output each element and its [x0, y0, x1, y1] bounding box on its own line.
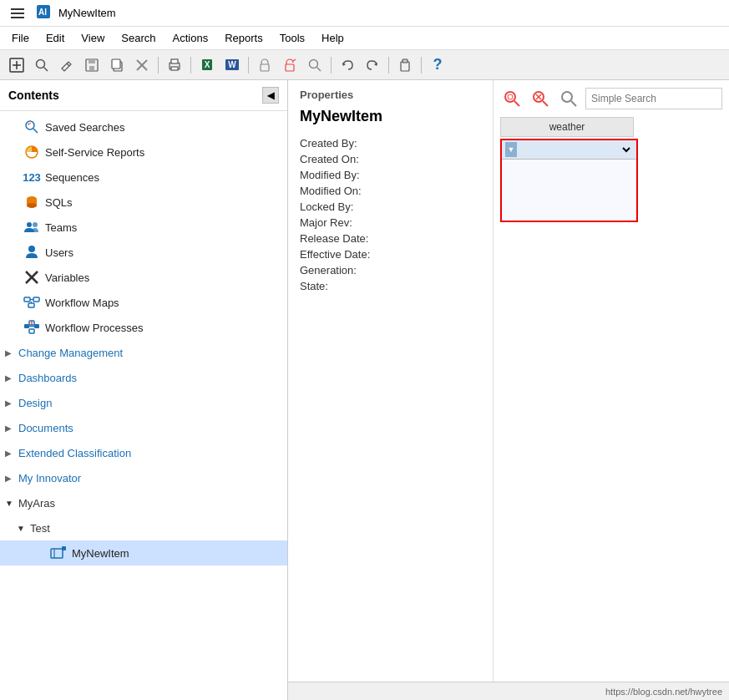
lock-button[interactable]: [253, 53, 276, 77]
svg-point-50: [505, 92, 515, 102]
menu-actions[interactable]: Actions: [165, 28, 217, 48]
help-button[interactable]: ?: [426, 53, 449, 77]
menu-edit[interactable]: Edit: [38, 28, 73, 48]
variables-icon: [23, 269, 40, 286]
menu-view[interactable]: View: [73, 28, 113, 48]
search-dropdown[interactable]: ▼: [502, 140, 636, 160]
delete-button[interactable]: [130, 53, 154, 77]
prop-row-generation: Generation:: [300, 264, 481, 276]
tree-item-variables[interactable]: Variables: [0, 265, 287, 290]
dashboards-arrow: ▶: [5, 373, 15, 383]
search-dropdown-arrow[interactable]: ▼: [505, 142, 517, 157]
svg-line-7: [67, 63, 69, 66]
contents-tree[interactable]: Saved Searches Self-Service Reports 123: [0, 111, 287, 700]
prop-row-state: State:: [300, 280, 481, 292]
svg-rect-12: [112, 59, 120, 68]
search-run-button[interactable]: [500, 87, 524, 110]
unlock-button[interactable]: [278, 53, 301, 77]
tree-item-users[interactable]: Users: [0, 240, 287, 265]
teams-icon: [23, 219, 40, 236]
category-documents[interactable]: ▶ Documents: [0, 415, 287, 440]
search-button[interactable]: [30, 53, 53, 77]
svg-rect-47: [51, 549, 63, 558]
menu-search[interactable]: Search: [113, 28, 164, 48]
prop-row-major-rev: Major Rev:: [300, 216, 481, 229]
save-button[interactable]: [80, 53, 104, 77]
my-aras-label: MyAras: [18, 497, 55, 510]
svg-point-31: [27, 222, 32, 227]
undo-button[interactable]: [336, 53, 359, 77]
excel-button[interactable]: X: [195, 53, 219, 77]
svg-line-20: [293, 59, 296, 61]
menu-reports[interactable]: Reports: [216, 28, 271, 48]
test-label: Test: [30, 522, 50, 535]
extended-classification-label: Extended Classification: [18, 447, 131, 459]
workflow-processes-label: Workflow Processes: [45, 322, 144, 334]
category-my-innovator[interactable]: ▶ My Innovator: [0, 465, 287, 490]
svg-rect-23: [401, 62, 409, 71]
users-label: Users: [45, 246, 73, 259]
saved-searches-icon: [23, 119, 40, 135]
my-innovator-arrow: ▶: [5, 474, 15, 483]
tree-item-my-new-item[interactable]: MyNewItem: [0, 540, 287, 566]
documents-label: Documents: [18, 422, 73, 434]
svg-point-52: [508, 94, 513, 99]
menu-help[interactable]: Help: [313, 28, 352, 48]
collapse-button[interactable]: ◀: [262, 87, 279, 104]
sequences-label: Sequences: [45, 171, 99, 184]
tree-item-workflow-processes[interactable]: Workflow Processes: [0, 315, 287, 340]
svg-point-25: [26, 121, 34, 129]
category-extended-classification[interactable]: ▶ Extended Classification: [0, 440, 287, 465]
test-arrow: ▼: [17, 524, 27, 533]
simple-search-input[interactable]: [585, 88, 722, 109]
tree-item-teams[interactable]: Teams: [0, 215, 287, 240]
edit-button[interactable]: [55, 53, 78, 77]
saved-searches-label: Saved Searches: [45, 121, 124, 134]
category-change-management[interactable]: ▶ Change Management: [0, 340, 287, 365]
prop-row-effective-date: Effective Date:: [300, 248, 481, 261]
prop-row-modified-by: Modified By:: [300, 169, 481, 181]
menu-file[interactable]: File: [3, 28, 38, 48]
toolbar-separator-2: [190, 57, 191, 74]
my-innovator-label: My Innovator: [18, 472, 81, 484]
search-result-area: ▼: [500, 139, 638, 222]
hamburger-menu[interactable]: [7, 4, 28, 23]
workflow-maps-icon: [23, 294, 40, 311]
word-button[interactable]: W: [220, 53, 244, 77]
status-bar: https://blog.csdn.net/hwytree: [288, 682, 729, 700]
tree-item-workflow-maps[interactable]: Workflow Maps: [0, 290, 287, 315]
design-label: Design: [18, 397, 52, 409]
copy-button[interactable]: [105, 53, 129, 77]
svg-rect-24: [402, 59, 408, 63]
category-dashboards[interactable]: ▶ Dashboards: [0, 365, 287, 390]
tree-item-sqls[interactable]: SQLs: [0, 190, 287, 215]
menu-tools[interactable]: Tools: [271, 28, 313, 48]
category-test[interactable]: ▼ Test: [0, 515, 287, 540]
category-my-aras[interactable]: ▼ MyAras: [0, 490, 287, 515]
redo-button[interactable]: [361, 53, 384, 77]
search-clear-button[interactable]: [529, 87, 552, 110]
properties-fields: Created By: Created On: Modified By: Mod…: [300, 137, 481, 292]
prop-row-modified-on: Modified On:: [300, 185, 481, 197]
left-panel: Contents ◀ Saved Searches: [0, 80, 288, 700]
print-button[interactable]: [163, 53, 186, 77]
svg-rect-38: [28, 303, 34, 307]
my-new-item-icon: [50, 545, 67, 561]
tree-item-self-service-reports[interactable]: Self-Service Reports: [0, 139, 287, 165]
status-url: https://blog.csdn.net/hwytree: [605, 687, 722, 697]
svg-line-51: [514, 101, 519, 106]
new-button[interactable]: [5, 53, 28, 77]
tree-item-saved-searches[interactable]: Saved Searches: [0, 114, 287, 139]
search2-button[interactable]: [303, 53, 327, 77]
category-design[interactable]: ▶ Design: [0, 390, 287, 415]
right-panel: Properties MyNewItem Created By: Created…: [288, 80, 729, 700]
search-dropdown-select[interactable]: [519, 143, 633, 156]
self-service-reports-label: Self-Service Reports: [45, 146, 144, 159]
paste-button[interactable]: [393, 53, 417, 77]
tree-item-sequences[interactable]: 123 Sequences: [0, 165, 287, 190]
design-arrow: ▶: [5, 398, 15, 408]
menu-bar: File Edit View Search Actions Reports To…: [0, 27, 729, 50]
svg-rect-36: [24, 297, 30, 302]
search-options-button[interactable]: [557, 87, 580, 110]
excel-icon: X: [202, 59, 213, 70]
